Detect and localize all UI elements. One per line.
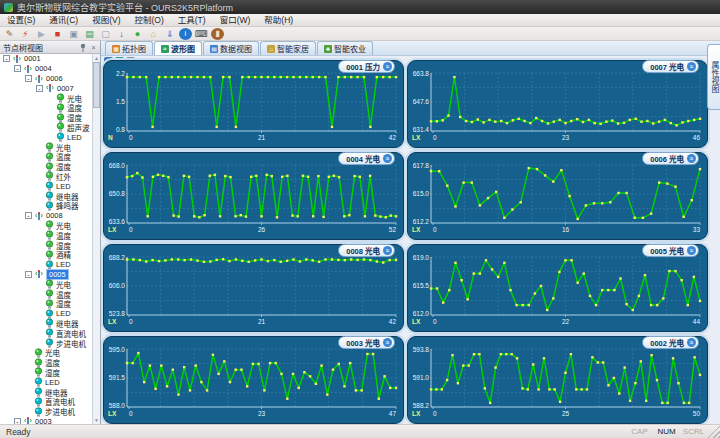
play-icon[interactable]: ▶ <box>35 28 48 40</box>
chart-close-icon[interactable]: × <box>383 246 392 255</box>
menu-item-7[interactable]: 帮助(H) <box>257 14 300 27</box>
tree-leaf-温度[interactable]: 温度 <box>0 152 92 162</box>
tree-leaf-光电[interactable]: 光电 <box>0 221 92 231</box>
tree-leaf-湿度[interactable]: 湿度 <box>0 162 92 172</box>
menu-item-1[interactable]: 设置(S) <box>0 14 42 27</box>
properties-side-tab[interactable]: 属性视图 <box>707 44 720 110</box>
data-point-marker <box>145 76 147 78</box>
tab-拓扑图[interactable]: ▦拓扑图 <box>105 41 153 55</box>
sensor-bulb-icon <box>34 348 43 358</box>
stop-icon[interactable]: ■ <box>51 28 64 40</box>
status-key-num: NUM <box>653 427 680 436</box>
exit-icon[interactable]: ▮ <box>211 28 224 40</box>
chart-close-icon[interactable]: × <box>383 62 392 71</box>
status-key-cap: CAP <box>626 427 653 436</box>
data-point-marker <box>568 195 570 197</box>
tab-智能农业[interactable]: ♣智能农业 <box>317 41 373 55</box>
menu-item-3[interactable]: 视图(V) <box>85 14 127 27</box>
pencil-icon[interactable]: ✎ <box>3 28 16 40</box>
panel-icon[interactable]: ▢ <box>99 28 112 40</box>
import-icon[interactable]: ⇓ <box>163 28 176 40</box>
tree-node-0004[interactable]: -0004 <box>0 64 92 74</box>
network-start-icon[interactable]: ● <box>131 28 144 40</box>
menu-item-6[interactable]: 窗口(W) <box>213 14 258 27</box>
data-point-marker <box>564 372 566 374</box>
tree-leaf-温度[interactable]: 温度 <box>0 289 92 299</box>
expander-icon[interactable]: - <box>25 212 32 219</box>
menu-item-5[interactable]: 工具(T) <box>171 14 213 27</box>
titlebar[interactable]: 奥尔斯物联网综合教学实验平台 - OURS2K5RPlatform <box>0 0 720 14</box>
data-point-marker <box>212 354 214 356</box>
tree-leaf-湿度[interactable]: 湿度 <box>0 299 92 309</box>
tree-leaf-光电[interactable]: 光电 <box>0 279 92 289</box>
data-point-marker <box>560 169 562 171</box>
data-point-marker <box>315 383 317 385</box>
chart-image-icon[interactable]: ▤ <box>83 28 96 40</box>
scroll-up-icon[interactable]: ▲ <box>93 54 100 62</box>
lightning-icon[interactable]: ⚡ <box>19 28 32 40</box>
data-point-marker <box>687 304 689 306</box>
svg-text:23: 23 <box>258 410 266 417</box>
tree-leaf-蜂鸣器[interactable]: 蜂鸣器 <box>0 201 92 211</box>
chart-close-icon[interactable]: × <box>687 62 696 71</box>
sensor-bulb-icon <box>45 240 54 250</box>
pin-icon[interactable] <box>79 43 88 52</box>
close-icon[interactable]: × <box>89 43 98 52</box>
expander-icon[interactable]: - <box>3 55 10 62</box>
expander-icon[interactable]: - <box>14 65 21 72</box>
tree-leaf-步进电机[interactable]: 步进电机 <box>0 407 92 417</box>
data-point-marker <box>266 174 268 176</box>
download-icon[interactable]: ↓ <box>115 28 128 40</box>
menu-item-2[interactable]: 通讯(C) <box>42 14 85 27</box>
tree-leaf-光电[interactable]: 光电 <box>0 142 92 152</box>
tree-leaf-酒精[interactable]: 酒精 <box>0 250 92 260</box>
pin-icon-glyph <box>79 43 87 52</box>
data-point-marker <box>263 389 265 391</box>
tree-node-0003[interactable]: -0003 <box>0 416 92 424</box>
data-point-marker <box>369 259 371 261</box>
chart-close-icon[interactable]: × <box>687 246 696 255</box>
tab-数据视图[interactable]: ▤数据视图 <box>203 41 259 55</box>
tree-leaf-湿度[interactable]: 湿度 <box>0 240 92 250</box>
keyboard-icon[interactable]: ⌨ <box>195 28 208 40</box>
svg-text:0: 0 <box>433 318 437 325</box>
info-icon[interactable]: i <box>179 28 192 40</box>
chart-panel-0006: 617.8615.0612.201633LX0006 光电× <box>407 152 708 240</box>
data-point-marker <box>446 185 448 187</box>
data-point-marker <box>131 175 133 177</box>
waveform-chart-0003: 595.0591.5588.002347LX <box>104 337 403 423</box>
tree-leaf-LED[interactable]: LED <box>0 132 92 142</box>
data-point-marker <box>337 259 339 261</box>
chart-close-icon[interactable]: × <box>383 154 392 163</box>
tree-node-0001[interactable]: -0001 <box>0 54 92 64</box>
scroll-thumb[interactable] <box>93 62 100 108</box>
sensor-bulb-icon <box>45 191 54 201</box>
tree-scrollbar[interactable]: ▲ ▼ <box>92 54 100 424</box>
expander-icon[interactable]: - <box>25 75 32 82</box>
tree-node-0008[interactable]: -0008 <box>0 211 92 221</box>
chart-close-icon[interactable]: × <box>687 154 696 163</box>
menu-item-4[interactable]: 控制(O) <box>128 14 171 27</box>
tree-leaf-湿度[interactable]: 湿度 <box>0 368 92 378</box>
resize-grip[interactable] <box>707 425 720 438</box>
data-point-marker <box>447 114 449 116</box>
data-point-marker <box>132 76 134 78</box>
tree-node-0005[interactable]: -0005 <box>0 270 92 280</box>
tree-node-0006[interactable]: -0006 <box>0 74 92 84</box>
expander-icon[interactable]: - <box>25 271 32 278</box>
tree-leaf-温度[interactable]: 温度 <box>0 230 92 240</box>
tab-波形图[interactable]: ≈波形图 <box>154 41 202 55</box>
svg-text:688.2: 688.2 <box>109 254 126 261</box>
data-point-marker <box>478 353 480 355</box>
tree-leaf-红外[interactable]: 红外 <box>0 172 92 182</box>
data-point-marker <box>219 215 221 217</box>
chart-close-icon[interactable]: × <box>687 338 696 347</box>
scroll-down-icon[interactable]: ▼ <box>93 416 100 424</box>
window-switch-icon[interactable]: ▣ <box>67 28 80 40</box>
tree-leaf-超声波[interactable]: 超声波 <box>0 123 92 133</box>
data-point-marker <box>577 282 579 284</box>
expander-icon[interactable]: - <box>36 85 43 92</box>
home-icon[interactable]: ⌂ <box>147 28 160 40</box>
chart-close-icon[interactable]: × <box>383 338 392 347</box>
tab-智能家居[interactable]: ⌂智能家居 <box>260 41 316 55</box>
